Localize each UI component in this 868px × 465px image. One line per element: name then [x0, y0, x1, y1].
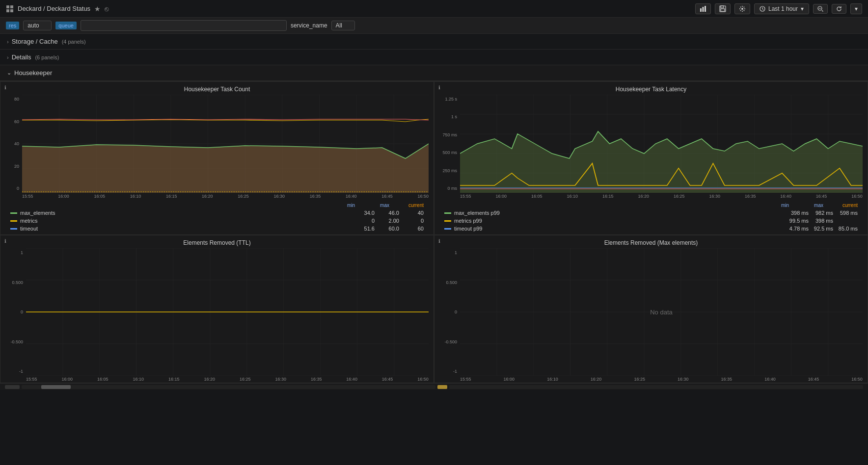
zoom-out-button[interactable] [813, 4, 828, 14]
refresh-button[interactable] [832, 4, 846, 14]
bar-chart-button[interactable] [695, 3, 711, 14]
storage-cache-chevron: › [7, 39, 9, 45]
star-icon[interactable]: ★ [94, 5, 101, 13]
task-count-svg [22, 95, 429, 193]
svg-rect-9 [721, 9, 725, 11]
max-elements-label: max_elements [20, 210, 350, 216]
details-chevron: › [7, 54, 9, 60]
housekeeper-section[interactable]: ⌄ Housekeeper [0, 65, 868, 81]
bottom-scrollbar[interactable] [0, 383, 868, 390]
panel-info-1[interactable]: ℹ [4, 85, 6, 90]
legend-row-timeout: timeout 51.6 60.0 60 [5, 225, 429, 232]
y-label--0.5-ttl: -0.500 [0, 339, 25, 344]
task-latency-title: Housekeeper Task Latency [434, 82, 868, 95]
max-elements-max: 46.0 [375, 210, 399, 216]
elements-ttl-chart: 1 0.500 0 -0.500 -1 [0, 248, 434, 376]
app-header: Deckard / Deckard Status ★ ⎋ Last 1 hour… [0, 0, 868, 18]
task-latency-panel: ℹ Housekeeper Task Latency 1.25 s 1 s 75… [434, 81, 868, 235]
max-header-2: max [799, 203, 823, 208]
queue-badge: queue [55, 22, 77, 29]
elements-max-xaxis: 15:55 16:00 16:10 16:20 16:25 16:30 16:3… [434, 376, 868, 383]
task-count-xaxis: 15:55 16:00 16:05 16:10 16:15 16:20 16:2… [0, 193, 434, 200]
scroll-thumb-3 [437, 385, 447, 389]
timeout-p99-color [444, 228, 451, 230]
y-label-0ms: 0 ms [434, 186, 459, 191]
metrics-p99-color [444, 220, 451, 222]
grid-icon[interactable] [6, 5, 14, 13]
metrics-p99-label: metrics p99 [454, 218, 784, 224]
auto-select[interactable]: auto [23, 21, 52, 30]
task-count-legend: min max current max_elements 34.0 46.0 4… [0, 200, 434, 234]
y-label-0-max: 0 [434, 310, 459, 314]
panel-info-3[interactable]: ℹ [4, 238, 6, 244]
y-label-1-ttl: 1 [0, 250, 25, 255]
max-header: max [365, 203, 389, 208]
settings-button[interactable] [734, 3, 750, 14]
breadcrumb[interactable]: Deckard / Deckard Status [18, 5, 90, 12]
legend-row-metrics: metrics 0 2.00 0 [5, 217, 429, 225]
max-elements-current: 40 [399, 210, 424, 216]
task-latency-legend: min max current max_elements p99 398 ms … [434, 200, 868, 234]
max-elements-color [10, 212, 17, 214]
legend-header-1: min max current [5, 202, 429, 209]
y-label-80: 80 [0, 97, 21, 102]
y-label-750ms: 750 ms [434, 132, 459, 137]
storage-cache-section[interactable]: › Storage / Cache (4 panels) [0, 34, 868, 50]
share-icon[interactable]: ⎋ [105, 5, 108, 13]
timeout-current: 60 [399, 226, 424, 232]
y-label-40: 40 [0, 141, 21, 146]
refresh-options-button[interactable]: ▾ [850, 3, 862, 14]
housekeeper-chevron: ⌄ [7, 70, 11, 76]
svg-rect-4 [700, 8, 702, 12]
service-select[interactable]: All [331, 21, 355, 30]
max-elements-p99-max: 982 ms [809, 210, 833, 216]
header-left: Deckard / Deckard Status ★ ⎋ [6, 5, 108, 13]
save-button[interactable] [715, 3, 731, 14]
storage-cache-title: Storage / Cache [12, 38, 58, 45]
metrics-p99-min: 99.5 ms [784, 218, 809, 224]
y-label-0-ttl: 0 [0, 310, 25, 314]
metrics-min: 0 [350, 218, 375, 224]
svg-marker-45 [460, 131, 863, 193]
legend-row-timeout-p99: timeout p99 4.78 ms 92.5 ms 85.0 ms [439, 225, 863, 232]
time-range-picker[interactable]: Last 1 hour ▾ [754, 3, 809, 14]
legend-row-max-elements: max_elements 34.0 46.0 40 [5, 209, 429, 217]
panel-info-4[interactable]: ℹ [438, 238, 440, 244]
panel-info-2[interactable]: ℹ [438, 85, 440, 90]
legend-row-metrics-p99: metrics p99 99.5 ms 398 ms [439, 217, 863, 225]
current-header: current [399, 203, 424, 208]
housekeeper-title: Housekeeper [14, 69, 52, 77]
svg-rect-2 [6, 9, 9, 12]
y-label-60: 60 [0, 119, 21, 124]
timeout-label: timeout [20, 226, 350, 232]
elements-ttl-xaxis: 15:55 16:00 16:05 16:10 16:15 16:20 16:2… [0, 376, 434, 383]
scroll-track-2[interactable] [449, 385, 863, 389]
task-latency-chart: 1.25 s 1 s 750 ms 500 ms 250 ms 0 ms [434, 95, 868, 193]
queue-input[interactable] [81, 20, 287, 31]
svg-rect-6 [705, 6, 706, 12]
svg-rect-8 [721, 6, 724, 8]
panel-grid: ℹ Housekeeper Task Count 80 60 40 20 0 [0, 81, 868, 383]
details-section[interactable]: › Details (6 panels) [0, 50, 868, 65]
timeout-p99-current: 85.0 ms [833, 226, 858, 232]
svg-rect-1 [10, 5, 13, 8]
timeout-color [10, 228, 17, 230]
task-latency-xaxis: 15:55 16:00 16:05 16:10 16:15 16:20 16:2… [434, 193, 868, 200]
save-icon [719, 5, 726, 12]
elements-max-chart: 1 0.500 0 -0.500 -1 [434, 248, 868, 376]
bar-chart-icon [700, 5, 706, 12]
svg-rect-3 [10, 9, 13, 12]
settings-icon [739, 5, 746, 12]
min-header: min [330, 203, 355, 208]
timeout-p99-max: 92.5 ms [809, 226, 833, 232]
elements-ttl-svg [26, 248, 429, 376]
task-count-title: Housekeeper Task Count [0, 82, 434, 95]
res-badge: res [6, 22, 19, 29]
elements-max-title: Elements Removed (Max elements) [434, 235, 868, 248]
svg-rect-0 [6, 5, 9, 8]
svg-marker-28 [22, 144, 429, 193]
y-label-0.5-ttl: 0.500 [0, 280, 25, 285]
svg-rect-5 [702, 7, 704, 12]
storage-cache-count: (4 panels) [62, 39, 86, 45]
scroll-track[interactable] [22, 385, 435, 389]
